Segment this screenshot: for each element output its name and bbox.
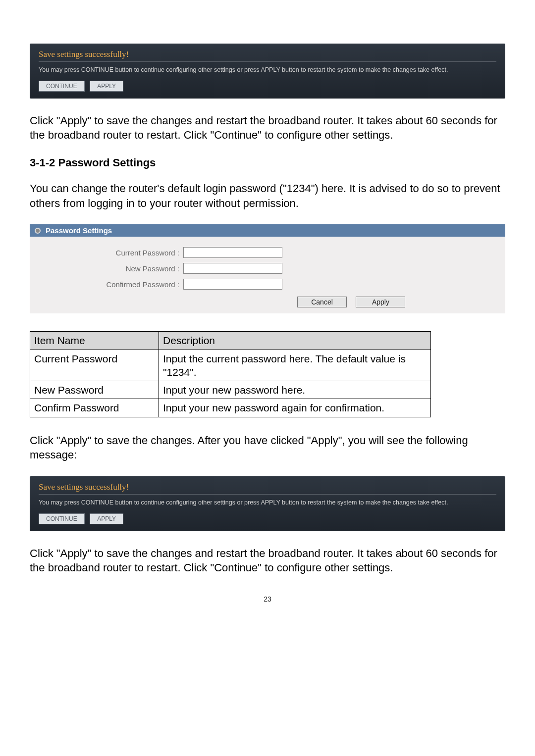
table-cell-name: Current Password (30, 350, 159, 381)
description-table: Item Name Description Current Password I… (30, 331, 431, 417)
current-password-label: Current Password : (40, 249, 183, 257)
bullet-icon (35, 228, 41, 234)
table-header-desc: Description (159, 332, 431, 350)
save-title: Save settings successfully! (39, 50, 496, 59)
confirm-password-input[interactable] (183, 279, 282, 290)
confirm-password-row: Confirmed Password : (40, 279, 495, 290)
table-row: New Password Input your new password her… (30, 381, 431, 399)
paragraph-password-intro: You can change the router's default logi… (30, 181, 505, 210)
divider (39, 61, 496, 62)
table-row: Confirm Password Input your new password… (30, 399, 431, 417)
confirm-password-label: Confirmed Password : (40, 280, 183, 289)
paragraph-apply-continue-2: Click "Apply" to save the changes and re… (30, 546, 505, 575)
table-cell-desc: Input your new password again for confir… (159, 399, 431, 417)
table-cell-desc: Input your new password here. (159, 381, 431, 399)
table-cell-desc: Input the current password here. The def… (159, 350, 431, 381)
table-row: Current Password Input the current passw… (30, 350, 431, 381)
paragraph-after-apply: Click "Apply" to save the changes. After… (30, 433, 505, 462)
apply-button-panel[interactable]: Apply (356, 297, 405, 307)
current-password-row: Current Password : (40, 247, 495, 258)
password-panel-buttons: Cancel Apply (40, 295, 495, 307)
password-settings-panel: Password Settings Current Password : New… (30, 224, 505, 313)
password-panel-header: Password Settings (30, 224, 505, 237)
table-header-item: Item Name (30, 332, 159, 350)
current-password-input[interactable] (183, 247, 282, 258)
save-title: Save settings successfully! (39, 482, 496, 492)
cancel-button[interactable]: Cancel (297, 297, 347, 307)
password-panel-body: Current Password : New Password : Confir… (30, 237, 505, 313)
save-settings-panel-1: Save settings successfully! You may pres… (30, 44, 505, 99)
heading-password-settings: 3-1-2 Password Settings (30, 156, 505, 169)
table-cell-name: New Password (30, 381, 159, 399)
apply-button[interactable]: APPLY (90, 81, 123, 92)
save-settings-panel-2: Save settings successfully! You may pres… (30, 476, 505, 531)
table-cell-name: Confirm Password (30, 399, 159, 417)
password-panel-title: Password Settings (46, 226, 112, 235)
divider (39, 494, 496, 495)
table-header-row: Item Name Description (30, 332, 431, 350)
new-password-label: New Password : (40, 264, 183, 273)
save-description: You may press CONTINUE button to continu… (39, 66, 496, 75)
save-description: You may press CONTINUE button to continu… (39, 499, 496, 507)
new-password-input[interactable] (183, 263, 282, 274)
paragraph-apply-continue-1: Click "Apply" to save the changes and re… (30, 113, 505, 143)
continue-button[interactable]: CONTINUE (39, 513, 85, 524)
continue-button[interactable]: CONTINUE (39, 81, 85, 92)
new-password-row: New Password : (40, 263, 495, 274)
apply-button[interactable]: APPLY (90, 513, 123, 524)
page-number: 23 (30, 595, 505, 603)
